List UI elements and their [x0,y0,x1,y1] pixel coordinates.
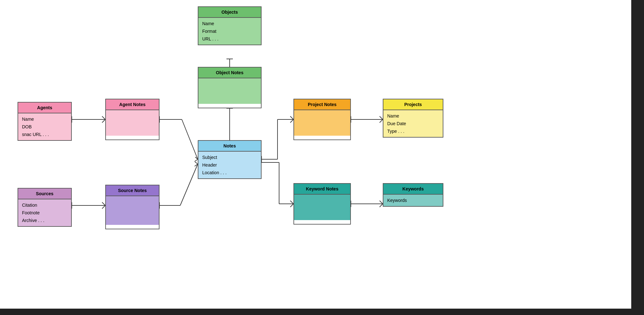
entity-keywords-header: Keywords [383,184,443,195]
entity-source-notes-header: Source Notes [106,185,159,196]
entity-agent-notes: Agent Notes [105,99,159,140]
svg-line-34 [195,164,198,166]
entity-keywords: Keywords Keywords [383,183,443,207]
bottom-edge-decoration [0,309,644,315]
svg-line-44 [380,204,383,207]
svg-line-14 [195,157,198,159]
diagram-canvas: Objects Name Format URL . . . Object Not… [0,0,644,315]
entity-objects: Objects Name Format URL . . . [198,6,262,45]
entity-project-notes-header: Project Notes [294,99,350,110]
entity-project-notes-body [294,110,350,136]
entity-agents-body: Name DOB snac URL . . . [18,113,71,140]
entity-objects-field-2: Format [202,27,257,35]
entity-projects-field-1: Name [387,112,439,120]
entity-sources-header: Sources [18,189,71,199]
entity-notes-header: Notes [198,141,261,152]
entity-object-notes-header: Object Notes [198,68,261,78]
entity-keywords-field-1: Keywords [387,197,439,204]
entity-sources-field-1: Citation [22,201,67,209]
entity-notes-field-2: Header [202,161,257,169]
svg-line-10 [102,116,105,119]
entity-projects-field-3: Type . . . [387,127,439,135]
entity-object-notes: Object Notes [198,67,262,108]
entity-projects-body: Name Due Date Type . . . [383,110,443,137]
entity-keyword-notes-body [294,195,350,220]
entity-projects-field-2: Due Date [387,120,439,127]
svg-line-25 [380,116,383,119]
entity-keywords-body: Keywords [383,195,443,206]
entity-agents: Agents Name DOB snac URL . . . [18,102,72,141]
entity-agents-field-1: Name [22,115,67,123]
entity-source-notes: Source Notes [105,185,159,229]
svg-line-21 [290,119,293,123]
entity-objects-header: Objects [198,7,261,18]
entity-objects-body: Name Format URL . . . [198,18,261,45]
entity-notes-field-3: Location . . . [202,169,257,176]
entity-projects: Projects Name Due Date Type . . . [383,99,443,138]
entity-agent-notes-header: Agent Notes [106,99,159,110]
svg-line-30 [102,205,105,209]
entity-sources-field-3: Archive . . . [22,217,67,224]
entity-agents-header: Agents [18,103,71,113]
entity-projects-header: Projects [383,99,443,110]
svg-line-29 [102,202,105,205]
svg-line-15 [195,159,198,161]
svg-line-11 [102,119,105,123]
entity-agents-field-2: DOB [22,123,67,131]
entity-notes: Notes Subject Header Location . . . [198,140,262,179]
svg-line-40 [290,204,293,207]
entity-objects-field-3: URL . . . [202,35,257,43]
entity-object-notes-body [198,78,261,104]
svg-line-32 [180,164,198,205]
svg-line-20 [290,116,293,119]
entity-objects-field-1: Name [202,20,257,27]
entity-sources: Sources Citation Footnote Archive . . . [18,188,72,227]
svg-line-39 [290,201,293,204]
entity-sources-body: Citation Footnote Archive . . . [18,199,71,226]
svg-line-26 [380,119,383,123]
entity-agents-field-3: snac URL . . . [22,131,67,138]
connectors-svg [0,0,644,315]
entity-notes-field-1: Subject [202,154,257,161]
entity-sources-field-2: Footnote [22,209,67,217]
svg-line-43 [380,201,383,204]
entity-keyword-notes: Keyword Notes [293,183,351,225]
entity-project-notes: Project Notes [293,99,351,140]
right-edge-decoration [631,0,644,315]
entity-keyword-notes-header: Keyword Notes [294,184,350,195]
svg-line-13 [182,119,198,159]
svg-line-33 [195,162,198,164]
entity-agent-notes-body [106,110,159,136]
entity-source-notes-body [106,196,159,225]
entity-notes-body: Subject Header Location . . . [198,152,261,178]
